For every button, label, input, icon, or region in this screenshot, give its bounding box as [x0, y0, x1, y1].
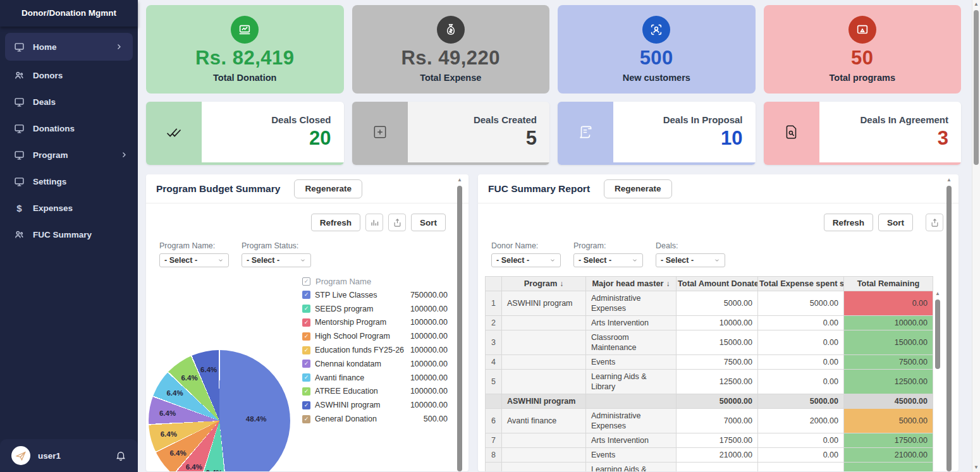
- deals-filter-label: Deals:: [656, 241, 725, 250]
- remaining-cell: 7500.00: [844, 355, 933, 370]
- avatar[interactable]: [11, 446, 30, 465]
- regenerate-button[interactable]: Regenerate: [294, 179, 362, 198]
- deals-in-agreement-card: Deals In Agreement 3: [764, 102, 962, 165]
- total-programs-value: 50: [851, 47, 873, 70]
- legend-checkbox[interactable]: ✓: [302, 305, 310, 313]
- remaining-cell: 9000.00: [844, 463, 933, 472]
- scrollbar-thumb[interactable]: [935, 300, 940, 369]
- legend-checkbox[interactable]: ✓: [302, 387, 310, 396]
- deals-created-label: Deals Created: [474, 114, 537, 125]
- legend-item: ✓Chennai kondatam100000.00: [302, 357, 448, 371]
- fuc-summary-title: FUC Summary Report: [488, 183, 590, 195]
- legend-label: Chennai kondatam: [315, 360, 381, 368]
- paper-plane-icon: [15, 450, 27, 461]
- bell-icon[interactable]: [115, 450, 126, 461]
- sort-button[interactable]: Sort: [411, 214, 446, 231]
- scroll-up-arrow[interactable]: ▲: [934, 290, 941, 298]
- program-select[interactable]: - Select -: [573, 253, 643, 267]
- remaining-cell: 10000.00: [844, 316, 933, 330]
- user-focus-icon: [642, 16, 670, 44]
- table-row: 6Avanti financeAdministrative Expenses70…: [486, 409, 933, 433]
- chevron-down-icon: [549, 257, 556, 263]
- export-icon[interactable]: [926, 214, 943, 231]
- sidebar-item-settings[interactable]: Settings: [0, 168, 138, 195]
- program-column-header[interactable]: Program↓: [502, 277, 586, 291]
- total-expense-label: Total Expense: [420, 73, 481, 83]
- legend-item: ✓STP Live Classes750000.00: [302, 288, 448, 302]
- sidebar-menu: Home Donors Deals Donations Program Sett…: [0, 27, 138, 248]
- scroll-up-arrow[interactable]: ▲: [972, 0, 980, 9]
- chevron-down-icon: [632, 257, 638, 263]
- regenerate-button[interactable]: Regenerate: [604, 179, 672, 198]
- refresh-button[interactable]: Refresh: [311, 214, 360, 231]
- legend-checkbox[interactable]: ✓: [302, 291, 310, 299]
- total-expense-card: Rs. 49,220 Total Expense: [352, 5, 550, 94]
- legend-value: 100000.00: [410, 318, 448, 327]
- table-row: 1ASWHINI programAdministrative Expenses5…: [486, 291, 933, 316]
- panels-row: Program Budget Summary Regenerate Refres…: [146, 174, 980, 471]
- legend-item: ✓General Donation500.00: [302, 412, 448, 426]
- sidebar-item-home[interactable]: Home: [5, 33, 133, 61]
- legend-checkbox[interactable]: ✓: [302, 332, 310, 341]
- program-name-select[interactable]: - Select -: [159, 253, 229, 267]
- legend-checkbox[interactable]: ✓: [302, 346, 310, 354]
- sidebar-item-expenses[interactable]: $ Expenses: [0, 195, 138, 221]
- user-panel: user1: [0, 439, 138, 472]
- program-status-filter-label: Program Status:: [242, 241, 311, 250]
- deals-in-proposal-card: Deals In Proposal 10: [558, 102, 756, 165]
- pie-percent-label: 6.4%: [206, 469, 223, 471]
- sidebar-item-label: FUC Summary: [33, 230, 92, 239]
- monitor-icon: [14, 176, 25, 187]
- sidebar-item-fuc-summary[interactable]: FUC Summary: [0, 221, 138, 248]
- scrollbar-thumb[interactable]: [457, 186, 462, 471]
- chevron-down-icon: [714, 257, 720, 263]
- donor-name-select[interactable]: - Select -: [491, 253, 561, 267]
- deals-select[interactable]: - Select -: [656, 253, 725, 267]
- legend-checkbox[interactable]: ✓: [302, 415, 310, 423]
- pie-percent-label: 6.4%: [161, 430, 177, 438]
- sidebar-item-donors[interactable]: Donors: [0, 62, 138, 88]
- remaining-cell: 5000.00: [844, 409, 933, 433]
- total-remaining-column-header[interactable]: Total Remaining: [844, 277, 933, 291]
- chevron-right-icon: [115, 43, 123, 51]
- legend-checkbox[interactable]: ✓: [302, 318, 310, 327]
- scroll-down-arrow[interactable]: ▼: [972, 463, 980, 472]
- pie-percent-label: 6.4%: [186, 463, 202, 471]
- legend-checkbox[interactable]: ✓: [302, 373, 310, 382]
- scroll-up-arrow[interactable]: ▲: [456, 176, 463, 184]
- sidebar-item-label: Donations: [33, 124, 75, 133]
- legend-header-checkbox[interactable]: ✓: [302, 277, 310, 286]
- refresh-button[interactable]: Refresh: [824, 214, 873, 231]
- legend-value: 100000.00: [410, 387, 448, 396]
- export-icon[interactable]: [388, 214, 406, 231]
- share-box-icon: [848, 16, 876, 44]
- legend-checkbox[interactable]: ✓: [302, 360, 310, 368]
- remaining-cell: 17500.00: [844, 433, 933, 448]
- total-expense-column-header[interactable]: Total Expense spent so far: [758, 277, 844, 291]
- scrollbar-thumb[interactable]: [946, 186, 952, 471]
- sort-button[interactable]: Sort: [878, 214, 913, 231]
- total-expense-value: Rs. 49,220: [401, 47, 500, 70]
- sidebar-item-donations[interactable]: Donations: [0, 115, 138, 142]
- sidebar-item-deals[interactable]: Deals: [0, 88, 138, 115]
- legend-checkbox[interactable]: ✓: [302, 401, 310, 409]
- legend-label: High School Program: [315, 332, 390, 341]
- table-row: 3Classroom Maintenance15000.000.0015000.…: [486, 330, 933, 355]
- legend-label: General Donation: [315, 415, 377, 423]
- deal-cards-row: Deals Closed 20 Deals Created 5 Deals In…: [146, 102, 961, 165]
- monitor-icon: [14, 123, 25, 134]
- remaining-cell: 0.00: [844, 291, 933, 316]
- total-amount-column-header[interactable]: Total Amount Donated: [677, 277, 758, 291]
- program-status-select[interactable]: - Select -: [242, 253, 311, 267]
- total-donation-card: Rs. 82,419 Total Donation: [146, 5, 344, 94]
- legend-item: ✓SEEDS program100000.00: [302, 302, 448, 316]
- bar-chart-icon[interactable]: [365, 214, 383, 231]
- legend-value: 100000.00: [410, 305, 448, 313]
- monitor-icon: [14, 150, 25, 160]
- major-head-column-header[interactable]: Major head master↓: [586, 277, 677, 291]
- scroll-up-arrow[interactable]: ▲: [946, 176, 952, 184]
- sidebar-item-program[interactable]: Program: [0, 142, 138, 168]
- table-row: 8Events21000.000.0021000.00: [486, 448, 933, 463]
- total-programs-label: Total programs: [830, 73, 895, 83]
- scrollbar-thumb[interactable]: [974, 10, 979, 165]
